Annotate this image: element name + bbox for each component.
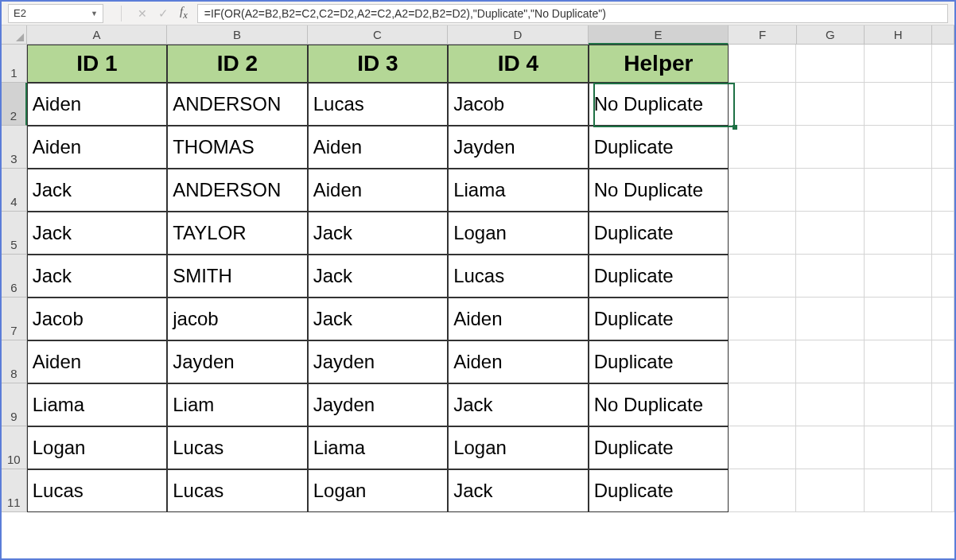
header-cell-D1[interactable]: ID 4 (448, 45, 588, 83)
row-header-8[interactable]: 8 (2, 340, 27, 383)
cell-H11[interactable] (865, 469, 932, 512)
cell-A4[interactable]: Jack (27, 169, 167, 212)
cell-D3[interactable]: Jayden (448, 126, 588, 169)
cell-B8[interactable]: Jayden (167, 340, 307, 383)
cell-F11[interactable] (729, 469, 796, 512)
cell-H7[interactable] (865, 298, 932, 340)
cell-B11[interactable]: Lucas (167, 469, 307, 512)
cell-A11[interactable]: Lucas (27, 469, 167, 512)
name-box-dropdown-icon[interactable]: ▼ (91, 10, 98, 18)
row-header-3[interactable]: 3 (2, 126, 27, 169)
header-cell-A1[interactable]: ID 1 (27, 45, 167, 83)
cell-E8[interactable]: Duplicate (589, 340, 729, 383)
cell-F10[interactable] (729, 426, 796, 469)
cell-A3[interactable]: Aiden (27, 126, 167, 169)
cell-C5[interactable]: Jack (308, 212, 448, 255)
cell-E10[interactable]: Duplicate (589, 426, 729, 469)
cell-A10[interactable]: Logan (27, 426, 167, 469)
cell-H2[interactable] (865, 83, 932, 126)
cell-E3[interactable]: Duplicate (589, 126, 729, 169)
cell-H5[interactable] (865, 212, 932, 255)
row-header-1[interactable]: 1 (2, 45, 27, 83)
cell-D11[interactable]: Jack (448, 469, 588, 512)
cell-D2[interactable]: Jacob (448, 83, 588, 126)
cell-C3[interactable]: Aiden (308, 126, 448, 169)
cell-E7[interactable]: Duplicate (589, 298, 729, 340)
col-header-D[interactable]: D (448, 25, 589, 45)
header-cell-C1[interactable]: ID 3 (308, 45, 448, 83)
cell-H10[interactable] (865, 426, 932, 469)
row-header-4[interactable]: 4 (2, 169, 27, 212)
cell-F8[interactable] (729, 340, 796, 383)
row-header-7[interactable]: 7 (2, 298, 27, 340)
cell-G2[interactable] (796, 83, 864, 126)
header-cell-B1[interactable]: ID 2 (167, 45, 307, 83)
cell-B2[interactable]: ANDERSON (167, 83, 307, 126)
cell-H6[interactable] (865, 255, 932, 298)
formula-input[interactable]: =IF(OR(A2=B2,B2=C2,C2=D2,A2=C2,A2=D2,B2=… (197, 4, 948, 23)
cell-F9[interactable] (729, 383, 796, 426)
cell-A9[interactable]: Liama (27, 383, 167, 426)
cell-E11[interactable]: Duplicate (589, 469, 729, 512)
col-header-H[interactable]: H (865, 25, 932, 45)
cell-D4[interactable]: Liama (448, 169, 588, 212)
cell-C11[interactable]: Logan (308, 469, 448, 512)
cell-D10[interactable]: Logan (448, 426, 588, 469)
row-header-5[interactable]: 5 (2, 212, 27, 255)
cell-G11[interactable] (796, 469, 864, 512)
cell-A2[interactable]: Aiden (27, 83, 167, 126)
cell-C10[interactable]: Liama (308, 426, 448, 469)
cell-G6[interactable] (796, 255, 864, 298)
cell-B4[interactable]: ANDERSON (167, 169, 307, 212)
row-header-2[interactable]: 2 (2, 83, 27, 126)
cell-G9[interactable] (796, 383, 864, 426)
fx-icon[interactable]: fx (180, 5, 188, 21)
cell-G5[interactable] (796, 212, 864, 255)
cell-H8[interactable] (865, 340, 932, 383)
cell-E4[interactable]: No Duplicate (589, 169, 729, 212)
cell-B3[interactable]: THOMAS (167, 126, 307, 169)
cell-B10[interactable]: Lucas (167, 426, 307, 469)
cell-G1[interactable] (796, 45, 864, 83)
cell-A5[interactable]: Jack (27, 212, 167, 255)
cell-F6[interactable] (729, 255, 796, 298)
cell-C7[interactable]: Jack (308, 298, 448, 340)
cell-F5[interactable] (729, 212, 796, 255)
cell-F2[interactable] (729, 83, 796, 126)
cell-D7[interactable]: Aiden (448, 298, 588, 340)
col-header-A[interactable]: A (27, 25, 168, 45)
col-header-E[interactable]: E (589, 25, 729, 45)
cell-C4[interactable]: Aiden (308, 169, 448, 212)
col-header-G[interactable]: G (797, 25, 865, 45)
cell-E5[interactable]: Duplicate (589, 212, 729, 255)
cell-H9[interactable] (865, 383, 932, 426)
cell-G4[interactable] (796, 169, 864, 212)
col-header-B[interactable]: B (167, 25, 308, 45)
cell-F1[interactable] (729, 45, 796, 83)
cell-A8[interactable]: Aiden (27, 340, 167, 383)
cell-G8[interactable] (796, 340, 864, 383)
cell-F4[interactable] (729, 169, 796, 212)
row-header-6[interactable]: 6 (2, 255, 27, 298)
cell-B6[interactable]: SMITH (167, 255, 307, 298)
cell-D5[interactable]: Logan (448, 212, 588, 255)
cell-C8[interactable]: Jayden (308, 340, 448, 383)
cell-H4[interactable] (865, 169, 932, 212)
select-all-corner[interactable] (2, 25, 27, 45)
header-cell-E1[interactable]: Helper (589, 45, 729, 83)
name-box[interactable]: E2 ▼ (8, 4, 103, 23)
cell-C2[interactable]: Lucas (308, 83, 448, 126)
cell-B7[interactable]: jacob (167, 298, 307, 340)
cell-D8[interactable]: Aiden (448, 340, 588, 383)
cell-C6[interactable]: Jack (308, 255, 448, 298)
row-header-10[interactable]: 10 (2, 426, 27, 469)
cell-F3[interactable] (729, 126, 796, 169)
cell-F7[interactable] (729, 298, 796, 340)
cell-C9[interactable]: Jayden (308, 383, 448, 426)
cell-D6[interactable]: Lucas (448, 255, 588, 298)
row-header-11[interactable]: 11 (2, 469, 27, 512)
col-header-C[interactable]: C (308, 25, 449, 45)
cell-G7[interactable] (796, 298, 864, 340)
cell-H3[interactable] (865, 126, 932, 169)
cell-E6[interactable]: Duplicate (589, 255, 729, 298)
